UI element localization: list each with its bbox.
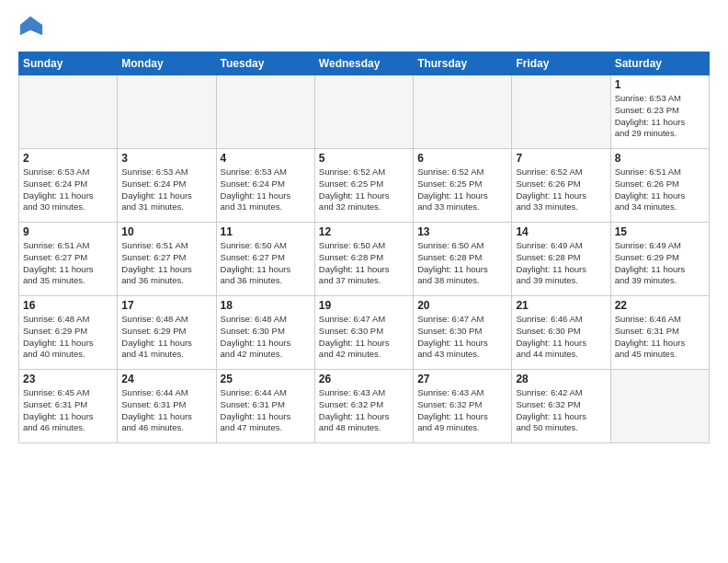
calendar-cell: 17Sunrise: 6:48 AM Sunset: 6:29 PM Dayli…	[118, 296, 216, 370]
calendar-cell: 5Sunrise: 6:52 AM Sunset: 6:25 PM Daylig…	[314, 149, 413, 223]
day-header-saturday: Saturday	[610, 52, 709, 75]
calendar-cell: 23Sunrise: 6:45 AM Sunset: 6:31 PM Dayli…	[19, 370, 118, 443]
calendar-cell: 24Sunrise: 6:44 AM Sunset: 6:31 PM Dayli…	[118, 370, 216, 443]
day-number: 6	[417, 152, 507, 165]
calendar-cell: 25Sunrise: 6:44 AM Sunset: 6:31 PM Dayli…	[216, 370, 314, 443]
day-info: Sunrise: 6:50 AM Sunset: 6:27 PM Dayligh…	[221, 240, 311, 287]
day-number: 27	[417, 373, 507, 385]
day-number: 11	[221, 225, 311, 238]
calendar-cell: 20Sunrise: 6:47 AM Sunset: 6:30 PM Dayli…	[414, 296, 512, 370]
calendar-week-2: 9Sunrise: 6:51 AM Sunset: 6:27 PM Daylig…	[19, 223, 710, 296]
day-info: Sunrise: 6:52 AM Sunset: 6:25 PM Dayligh…	[319, 167, 409, 213]
calendar: SundayMondayTuesdayWednesdayThursdayFrid…	[18, 52, 710, 443]
svg-marker-0	[20, 17, 42, 36]
day-number: 22	[615, 299, 705, 312]
day-info: Sunrise: 6:53 AM Sunset: 6:24 PM Dayligh…	[121, 167, 211, 213]
calendar-cell: 15Sunrise: 6:49 AM Sunset: 6:29 PM Dayli…	[610, 223, 709, 296]
day-info: Sunrise: 6:53 AM Sunset: 6:24 PM Dayligh…	[221, 167, 311, 213]
calendar-cell: 2Sunrise: 6:53 AM Sunset: 6:24 PM Daylig…	[19, 149, 118, 223]
calendar-cell	[19, 75, 118, 149]
day-info: Sunrise: 6:43 AM Sunset: 6:32 PM Dayligh…	[417, 387, 507, 434]
day-info: Sunrise: 6:50 AM Sunset: 6:28 PM Dayligh…	[319, 240, 409, 287]
calendar-week-0: 1Sunrise: 6:53 AM Sunset: 6:23 PM Daylig…	[19, 75, 710, 149]
day-info: Sunrise: 6:51 AM Sunset: 6:27 PM Dayligh…	[23, 240, 113, 287]
calendar-cell	[414, 75, 512, 149]
calendar-week-4: 23Sunrise: 6:45 AM Sunset: 6:31 PM Dayli…	[19, 370, 710, 443]
day-info: Sunrise: 6:42 AM Sunset: 6:32 PM Dayligh…	[516, 387, 606, 434]
calendar-header-row: SundayMondayTuesdayWednesdayThursdayFrid…	[19, 52, 710, 75]
day-header-monday: Monday	[118, 52, 216, 75]
day-number: 18	[221, 299, 311, 312]
day-info: Sunrise: 6:43 AM Sunset: 6:32 PM Dayligh…	[319, 387, 409, 434]
calendar-cell: 10Sunrise: 6:51 AM Sunset: 6:27 PM Dayli…	[118, 223, 216, 296]
calendar-cell: 19Sunrise: 6:47 AM Sunset: 6:30 PM Dayli…	[314, 296, 413, 370]
day-number: 20	[417, 299, 507, 312]
calendar-cell: 13Sunrise: 6:50 AM Sunset: 6:28 PM Dayli…	[414, 223, 512, 296]
day-info: Sunrise: 6:52 AM Sunset: 6:26 PM Dayligh…	[516, 167, 606, 213]
calendar-cell: 28Sunrise: 6:42 AM Sunset: 6:32 PM Dayli…	[512, 370, 610, 443]
day-number: 16	[23, 299, 113, 312]
day-number: 28	[516, 373, 606, 385]
calendar-cell: 7Sunrise: 6:52 AM Sunset: 6:26 PM Daylig…	[512, 149, 610, 223]
day-info: Sunrise: 6:46 AM Sunset: 6:31 PM Dayligh…	[615, 314, 705, 361]
calendar-cell: 16Sunrise: 6:48 AM Sunset: 6:29 PM Dayli…	[19, 296, 118, 370]
day-info: Sunrise: 6:51 AM Sunset: 6:26 PM Dayligh…	[615, 167, 705, 213]
day-number: 21	[516, 299, 606, 312]
calendar-cell	[512, 75, 610, 149]
calendar-cell: 4Sunrise: 6:53 AM Sunset: 6:24 PM Daylig…	[216, 149, 314, 223]
day-info: Sunrise: 6:47 AM Sunset: 6:30 PM Dayligh…	[417, 314, 507, 361]
day-info: Sunrise: 6:49 AM Sunset: 6:28 PM Dayligh…	[516, 240, 606, 287]
day-info: Sunrise: 6:48 AM Sunset: 6:29 PM Dayligh…	[121, 314, 211, 361]
header	[18, 15, 710, 42]
day-number: 17	[121, 299, 211, 312]
day-info: Sunrise: 6:52 AM Sunset: 6:25 PM Dayligh…	[417, 167, 507, 213]
day-header-friday: Friday	[512, 52, 610, 75]
day-info: Sunrise: 6:53 AM Sunset: 6:23 PM Dayligh…	[615, 93, 705, 140]
page: SundayMondayTuesdayWednesdayThursdayFrid…	[0, 0, 728, 563]
calendar-body: 1Sunrise: 6:53 AM Sunset: 6:23 PM Daylig…	[19, 75, 710, 443]
day-header-wednesday: Wednesday	[314, 52, 413, 75]
calendar-week-3: 16Sunrise: 6:48 AM Sunset: 6:29 PM Dayli…	[19, 296, 710, 370]
calendar-cell: 21Sunrise: 6:46 AM Sunset: 6:30 PM Dayli…	[512, 296, 610, 370]
day-number: 15	[615, 225, 705, 238]
calendar-cell	[610, 370, 709, 443]
day-info: Sunrise: 6:48 AM Sunset: 6:29 PM Dayligh…	[23, 314, 113, 361]
calendar-cell	[216, 75, 314, 149]
calendar-cell	[118, 75, 216, 149]
calendar-cell	[314, 75, 413, 149]
calendar-cell: 3Sunrise: 6:53 AM Sunset: 6:24 PM Daylig…	[118, 149, 216, 223]
day-info: Sunrise: 6:45 AM Sunset: 6:31 PM Dayligh…	[23, 387, 113, 434]
calendar-cell: 11Sunrise: 6:50 AM Sunset: 6:27 PM Dayli…	[216, 223, 314, 296]
calendar-cell: 1Sunrise: 6:53 AM Sunset: 6:23 PM Daylig…	[610, 75, 709, 149]
logo-icon	[18, 13, 44, 39]
day-number: 7	[516, 152, 606, 165]
day-info: Sunrise: 6:51 AM Sunset: 6:27 PM Dayligh…	[121, 240, 211, 287]
day-info: Sunrise: 6:50 AM Sunset: 6:28 PM Dayligh…	[417, 240, 507, 287]
day-number: 1	[615, 78, 705, 91]
day-header-sunday: Sunday	[19, 52, 118, 75]
day-number: 2	[23, 152, 113, 165]
day-header-tuesday: Tuesday	[216, 52, 314, 75]
calendar-cell: 14Sunrise: 6:49 AM Sunset: 6:28 PM Dayli…	[512, 223, 610, 296]
day-number: 19	[319, 299, 409, 312]
day-info: Sunrise: 6:44 AM Sunset: 6:31 PM Dayligh…	[221, 387, 311, 434]
calendar-cell: 8Sunrise: 6:51 AM Sunset: 6:26 PM Daylig…	[610, 149, 709, 223]
day-info: Sunrise: 6:44 AM Sunset: 6:31 PM Dayligh…	[121, 387, 211, 434]
calendar-cell: 22Sunrise: 6:46 AM Sunset: 6:31 PM Dayli…	[610, 296, 709, 370]
day-number: 25	[221, 373, 311, 385]
day-number: 26	[319, 373, 409, 385]
logo	[18, 15, 44, 42]
day-info: Sunrise: 6:48 AM Sunset: 6:30 PM Dayligh…	[221, 314, 311, 361]
day-number: 10	[121, 225, 211, 238]
day-number: 8	[615, 152, 705, 165]
calendar-cell: 27Sunrise: 6:43 AM Sunset: 6:32 PM Dayli…	[414, 370, 512, 443]
day-header-thursday: Thursday	[414, 52, 512, 75]
day-info: Sunrise: 6:49 AM Sunset: 6:29 PM Dayligh…	[615, 240, 705, 287]
day-info: Sunrise: 6:53 AM Sunset: 6:24 PM Dayligh…	[23, 167, 113, 213]
day-number: 5	[319, 152, 409, 165]
day-number: 24	[121, 373, 211, 385]
day-number: 13	[417, 225, 507, 238]
day-number: 9	[23, 225, 113, 238]
day-info: Sunrise: 6:47 AM Sunset: 6:30 PM Dayligh…	[319, 314, 409, 361]
calendar-cell: 9Sunrise: 6:51 AM Sunset: 6:27 PM Daylig…	[19, 223, 118, 296]
